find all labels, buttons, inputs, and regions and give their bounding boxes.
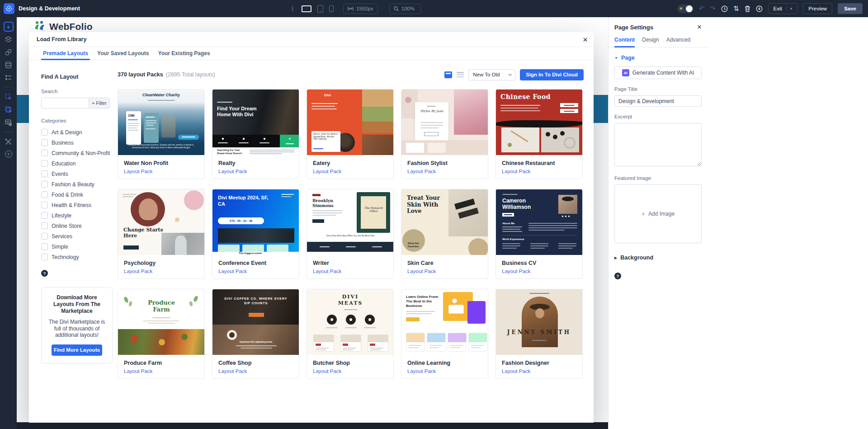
sort-select[interactable]: New To Old <box>468 69 515 80</box>
layout-thumbnail[interactable]: JENNY SMITH <box>496 289 582 355</box>
grid-view-icon[interactable] <box>444 71 452 78</box>
category-checkbox-row[interactable]: Simple <box>41 241 118 252</box>
layout-thumbnail[interactable]: Treat Your Skin With Love Shop Our Favor… <box>401 189 488 255</box>
layout-pack-card[interactable]: Cameron Williamson About Me Work Experie… <box>495 189 583 279</box>
modal-tab-2[interactable]: Your Existing Pages <box>158 47 210 60</box>
category-checkbox-row[interactable]: Health & Fitness <box>41 200 118 210</box>
layout-pack-card[interactable]: Change Starts Here PsychologyLayout Pack <box>118 189 205 279</box>
category-checkbox-row[interactable]: Lifestyle <box>41 210 118 221</box>
layout-thumbnail[interactable]: DIVI MEATS <box>307 289 393 355</box>
layout-pack-link[interactable]: Layout Pack <box>407 169 482 174</box>
select-module-button[interactable] <box>3 91 14 102</box>
category-checkbox-row[interactable]: Community & Non-Profit <box>41 148 118 158</box>
list-view-icon[interactable] <box>457 71 464 78</box>
add-module-button[interactable]: + <box>3 21 14 32</box>
checkbox-icon[interactable] <box>41 170 48 177</box>
layout-pack-card[interactable]: Divi Meetup 2024, SF, CA 076 : 09 : 24 :… <box>212 189 299 279</box>
divi-cloud-signin-button[interactable]: Sign In To Divi Cloud <box>520 69 584 80</box>
layout-thumbnail[interactable]: Cameron Williamson About Me Work Experie… <box>496 189 582 255</box>
category-checkbox-row[interactable]: Fashion & Beauty <box>41 179 118 189</box>
exit-caret-icon[interactable]: ▾ <box>786 6 793 11</box>
add-image-box[interactable]: + Add Image <box>614 184 702 243</box>
layout-thumbnail[interactable]: Change Starts Here <box>118 189 204 255</box>
layout-pack-link[interactable]: Layout Pack <box>502 269 576 274</box>
layout-pack-card[interactable]: Brooklyn Simmons The Monarch Effect Get … <box>307 189 394 279</box>
multi-select-button[interactable] <box>3 104 14 115</box>
layout-thumbnail[interactable]: CleanWater Charity 15M Nulla porttitor a… <box>118 90 204 155</box>
help-icon[interactable]: ? <box>41 270 48 277</box>
exit-button[interactable]: Exit ▾ <box>768 3 798 14</box>
category-checkbox-row[interactable]: Online Store <box>41 221 118 231</box>
checkbox-icon[interactable] <box>41 191 48 198</box>
layout-pack-card[interactable]: CleanWater Charity 15M Nulla porttitor a… <box>118 89 205 179</box>
panel-tab-0[interactable]: Content <box>614 37 635 47</box>
layout-pack-link[interactable]: Layout Pack <box>502 368 576 374</box>
preview-button[interactable]: Preview <box>803 3 832 14</box>
layout-pack-card[interactable]: JENNY SMITH Fashion DesignerLayout Pack <box>495 289 583 379</box>
checkbox-icon[interactable] <box>41 181 48 188</box>
layout-pack-link[interactable]: Layout Pack <box>124 269 198 274</box>
checkbox-icon[interactable] <box>41 129 48 136</box>
filter-button[interactable]: + Filter <box>89 98 110 108</box>
history-icon[interactable] <box>721 5 728 12</box>
layout-pack-link[interactable]: Layout Pack <box>124 169 198 174</box>
category-checkbox-row[interactable]: Technology <box>41 252 118 262</box>
checkbox-icon[interactable] <box>41 212 48 219</box>
checkbox-icon[interactable] <box>41 160 48 167</box>
builder-settings-button[interactable] <box>4 3 14 14</box>
layout-manager-button[interactable] <box>3 117 14 127</box>
layout-pack-card[interactable]: Learn Online From The Best In the Busine… <box>401 289 488 379</box>
layout-pack-link[interactable]: Layout Pack <box>218 368 293 374</box>
database-button[interactable] <box>3 59 14 70</box>
background-section-toggle[interactable]: ▶ Background <box>614 255 702 261</box>
excerpt-textarea[interactable] <box>614 123 702 166</box>
panel-help-icon[interactable]: ? <box>614 273 621 279</box>
layers-button[interactable] <box>3 34 14 45</box>
checkbox-icon[interactable] <box>41 202 48 208</box>
category-checkbox-row[interactable]: Business <box>41 137 118 148</box>
layout-thumbnail[interactable]: Chinese Food <box>496 90 582 155</box>
layout-thumbnail[interactable]: Learn Online From The Best In the Busine… <box>401 289 488 355</box>
tools-button[interactable] <box>3 136 14 147</box>
layout-pack-link[interactable]: Layout Pack <box>313 269 387 274</box>
zoom-input[interactable]: 100% <box>389 4 421 14</box>
checkbox-icon[interactable] <box>41 233 48 240</box>
modal-tab-0[interactable]: Premade Layouts <box>43 47 88 60</box>
drag-handle-icon[interactable]: ⋮ <box>289 5 296 12</box>
modal-tab-1[interactable]: Your Saved Layouts <box>97 47 149 60</box>
layout-pack-link[interactable]: Layout Pack <box>407 368 482 374</box>
layout-thumbnail[interactable]: Divi Dine In, Order Out, Book a Special … <box>307 90 393 155</box>
redo-icon[interactable]: ↷ <box>710 0 716 17</box>
page-title-input[interactable] <box>614 95 702 107</box>
layout-pack-card[interactable]: DIVI COFFEE CO. WHERE EVERY SIP COUNTS E… <box>212 289 299 379</box>
checkbox-icon[interactable] <box>41 254 48 260</box>
layout-pack-card[interactable]: DIVI MEATS Butcher ShopLayout Pack <box>307 289 394 379</box>
sort-arrows-icon[interactable]: ⇅ <box>733 0 739 17</box>
layout-thumbnail[interactable]: Styles By Jane <box>401 90 488 155</box>
help-button[interactable]: ? <box>3 149 14 160</box>
category-checkbox-row[interactable]: Education <box>41 158 118 169</box>
category-checkbox-row[interactable]: Art & Design <box>41 127 118 137</box>
generate-ai-button[interactable]: AI Generate Content With AI <box>614 66 702 79</box>
layout-pack-card[interactable]: Produce Farm Produce FarmLayout Pack <box>118 289 205 379</box>
layout-pack-card[interactable]: Find Your Dream Home With Divi ★ Searchi… <box>212 89 299 179</box>
trash-icon[interactable] <box>745 5 750 12</box>
panel-tab-1[interactable]: Design <box>642 37 659 47</box>
tablet-view-icon[interactable] <box>317 5 323 13</box>
canvas-width-input[interactable]: 1592px <box>343 4 378 14</box>
category-checkbox-row[interactable]: Events <box>41 169 118 179</box>
search-input[interactable] <box>41 98 89 108</box>
layout-pack-link[interactable]: Layout Pack <box>218 169 293 174</box>
layout-pack-link[interactable]: Layout Pack <box>313 169 387 174</box>
layout-pack-link[interactable]: Layout Pack <box>313 368 387 374</box>
layout-pack-link[interactable]: Layout Pack <box>218 269 293 274</box>
panel-tab-2[interactable]: Advanced <box>666 37 690 47</box>
portability-icon[interactable] <box>756 5 763 12</box>
layout-thumbnail[interactable]: Divi Meetup 2024, SF, CA 076 : 09 : 24 :… <box>212 189 299 255</box>
layout-thumbnail[interactable]: Produce Farm <box>118 289 204 355</box>
layout-pack-card[interactable]: Divi Dine In, Order Out, Book a Special … <box>307 89 394 179</box>
design-assets-button[interactable] <box>3 47 14 57</box>
category-checkbox-row[interactable]: Services <box>41 231 118 241</box>
checkbox-icon[interactable] <box>41 243 48 250</box>
page-section-toggle[interactable]: ▼ Page <box>614 55 702 61</box>
